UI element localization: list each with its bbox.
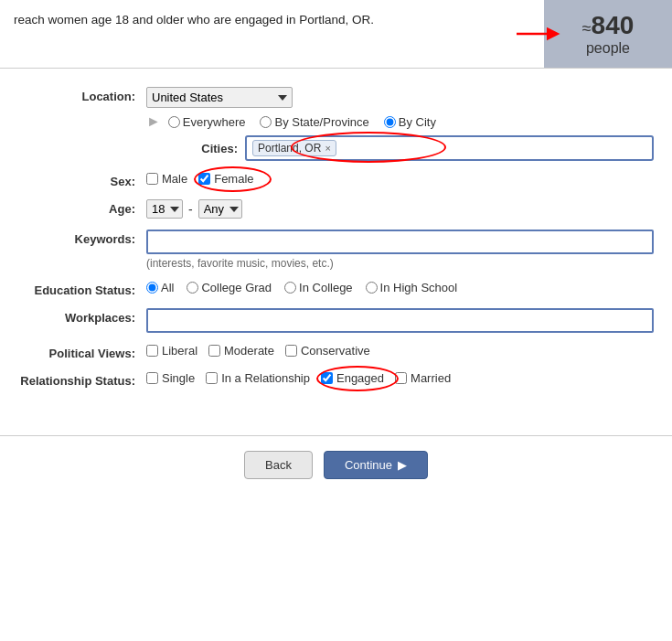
keywords-row: Keywords: (interests, favorite music, mo… (0, 230, 672, 270)
relationship-married-label[interactable]: Married (411, 371, 451, 385)
location-select[interactable]: United States Canada United Kingdom (146, 87, 293, 108)
education-label: Education Status: (18, 281, 146, 297)
relationship-married-item[interactable]: Married (395, 371, 451, 385)
education-content: All College Grad In College In High Scho… (146, 281, 654, 294)
relationship-label: Relationship Status: (18, 371, 146, 388)
relationship-in-relationship-checkbox[interactable] (206, 372, 218, 384)
arrow-indicator-icon: ► (146, 113, 161, 130)
workplaces-content (146, 308, 654, 333)
age-from-select[interactable]: 18 1320253035 (146, 199, 183, 219)
political-moderate-label[interactable]: Moderate (224, 344, 274, 358)
political-moderate-item[interactable]: Moderate (208, 344, 274, 358)
cities-input-container: Portland, OR × (245, 135, 654, 161)
political-liberal-checkbox[interactable] (146, 345, 158, 357)
political-row: Political Views: Liberal Moderate Conser… (0, 344, 672, 360)
political-conservative-item[interactable]: Conservative (285, 344, 370, 358)
political-liberal-label[interactable]: Liberal (162, 344, 197, 358)
back-button[interactable]: Back (244, 451, 313, 479)
sex-male-label[interactable]: Male (162, 172, 187, 186)
radio-by-city[interactable]: By City (384, 115, 436, 129)
radio-everywhere[interactable]: Everywhere (168, 115, 246, 129)
keywords-input[interactable] (146, 230, 654, 254)
sex-female-wrap: Female (198, 172, 253, 186)
relationship-content: Single In a Relationship Engaged Married (146, 371, 654, 385)
relationship-engaged-label[interactable]: Engaged (336, 371, 384, 385)
cities-input-wrap[interactable]: Portland, OR × (245, 135, 654, 161)
city-tag-text: Portland, OR (258, 142, 321, 155)
relationship-single-checkbox[interactable] (146, 372, 158, 384)
location-type-row: ► Everywhere By State/Province By City (146, 113, 654, 130)
relationship-in-relationship-label[interactable]: In a Relationship (221, 371, 310, 385)
cities-sub-area: Cities: Portland, OR × (146, 135, 654, 161)
keywords-hint: (interests, favorite music, movies, etc.… (146, 257, 654, 270)
age-content: 18 1320253035 - Any 2025303540 (146, 199, 654, 219)
workplaces-row: Workplaces: (0, 308, 672, 333)
political-checkbox-group: Liberal Moderate Conservative (146, 344, 654, 358)
radio-everywhere-input[interactable] (168, 116, 180, 128)
age-dash: - (188, 202, 193, 217)
education-college-grad-label[interactable]: College Grad (201, 281, 272, 294)
banner-text: reach women age 18 and older who are eng… (0, 0, 544, 68)
education-all-label[interactable]: All (161, 281, 174, 294)
relationship-married-checkbox[interactable] (395, 372, 407, 384)
relationship-single-label[interactable]: Single (162, 371, 195, 385)
location-type-radio-group: Everywhere By State/Province By City (168, 115, 436, 129)
relationship-engaged-checkbox[interactable] (321, 372, 333, 384)
sex-male-checkbox[interactable] (146, 173, 158, 185)
education-high-school-item[interactable]: In High School (366, 281, 458, 294)
relationship-checkbox-group: Single In a Relationship Engaged Married (146, 371, 654, 385)
arrow-annotation-icon (517, 20, 562, 48)
political-content: Liberal Moderate Conservative (146, 344, 654, 358)
education-high-school-radio[interactable] (366, 282, 378, 294)
political-moderate-checkbox[interactable] (208, 345, 220, 357)
banner-message: reach women age 18 and older who are eng… (14, 13, 374, 27)
education-high-school-label[interactable]: In High School (380, 281, 458, 294)
sex-label: Sex: (18, 172, 146, 188)
sex-female-checkbox[interactable] (198, 173, 210, 185)
radio-by-state-label[interactable]: By State/Province (274, 115, 368, 129)
location-select-wrap: United States Canada United Kingdom (146, 87, 654, 108)
city-tag-remove-icon[interactable]: × (325, 143, 330, 154)
political-liberal-item[interactable]: Liberal (146, 344, 197, 358)
radio-everywhere-label[interactable]: Everywhere (183, 115, 246, 129)
city-tag-portland: Portland, OR × (252, 140, 336, 156)
count-value: 840 (592, 11, 635, 39)
engaged-wrap: Engaged (321, 371, 384, 385)
radio-by-state-input[interactable] (260, 116, 272, 128)
location-label: Location: (18, 87, 146, 103)
political-conservative-checkbox[interactable] (285, 345, 297, 357)
relationship-item-item[interactable]: In a Relationship (206, 371, 310, 385)
sex-content: Male Female (146, 172, 654, 186)
cities-text-input[interactable] (340, 142, 646, 155)
divider (0, 435, 672, 436)
top-banner: reach women age 18 and older who are eng… (0, 0, 672, 69)
continue-arrow-icon: ▶ (398, 458, 407, 472)
relationship-single-item[interactable]: Single (146, 371, 195, 385)
banner-count-box: ≈840 people (544, 0, 672, 68)
radio-by-state[interactable]: By State/Province (260, 115, 368, 129)
sex-female-label[interactable]: Female (214, 172, 253, 186)
radio-by-city-label[interactable]: By City (399, 115, 436, 129)
radio-by-city-input[interactable] (384, 116, 396, 128)
education-in-college-item[interactable]: In College (284, 281, 353, 294)
count-label: people (586, 40, 630, 57)
age-row: Age: 18 1320253035 - Any 2025303540 (0, 199, 672, 219)
location-row: Location: United States Canada United Ki… (0, 87, 672, 161)
continue-label: Continue (345, 458, 392, 472)
continue-button[interactable]: Continue ▶ (324, 451, 428, 479)
education-all-item[interactable]: All (146, 281, 174, 294)
age-to-select[interactable]: Any 2025303540 (198, 199, 242, 219)
education-in-college-radio[interactable] (284, 282, 296, 294)
education-in-college-label[interactable]: In College (299, 281, 353, 294)
workplaces-input[interactable] (146, 308, 654, 333)
political-conservative-label[interactable]: Conservative (301, 344, 370, 358)
education-college-grad-radio[interactable] (187, 282, 198, 294)
sex-male-item[interactable]: Male (146, 172, 187, 186)
age-label: Age: (18, 199, 146, 216)
age-row-controls: 18 1320253035 - Any 2025303540 (146, 199, 654, 219)
sex-checkbox-group: Male Female (146, 172, 654, 186)
political-label: Political Views: (18, 344, 146, 360)
education-college-grad-item[interactable]: College Grad (187, 281, 272, 294)
education-all-radio[interactable] (146, 282, 158, 294)
keywords-outer (146, 230, 654, 254)
